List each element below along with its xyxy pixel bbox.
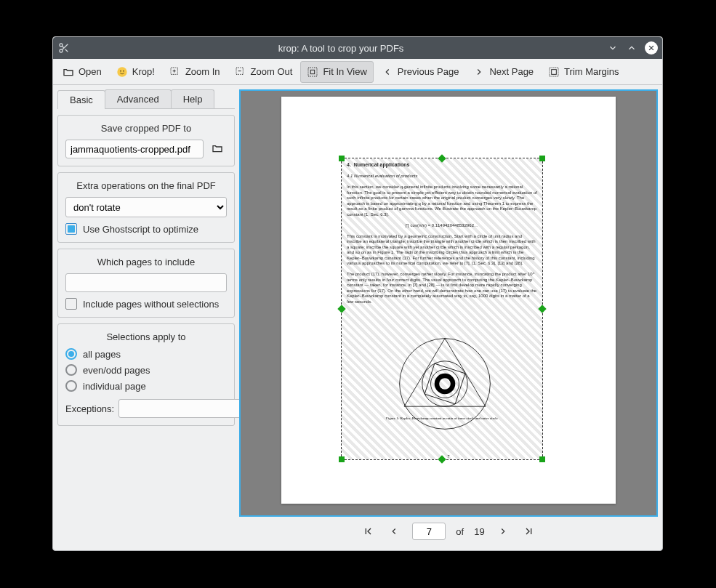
zoom-in-icon bbox=[169, 66, 181, 78]
svg-rect-17 bbox=[550, 68, 558, 76]
svg-point-7 bbox=[117, 67, 126, 76]
zoom-in-label: Zoom In bbox=[185, 66, 220, 77]
chevron-left-icon bbox=[382, 66, 393, 78]
radio-all-pages-label: all pages bbox=[83, 349, 121, 360]
trim-margins-button[interactable]: Trim Margins bbox=[542, 61, 625, 83]
svg-line-4 bbox=[62, 46, 64, 48]
ghostscript-checkbox[interactable] bbox=[65, 223, 77, 235]
crop-selection[interactable] bbox=[341, 158, 543, 460]
next-page-label: Next Page bbox=[489, 66, 534, 77]
crop-handle-se[interactable] bbox=[539, 456, 545, 462]
svg-point-9 bbox=[123, 70, 124, 71]
first-page-button[interactable] bbox=[360, 523, 376, 539]
svg-point-1 bbox=[60, 49, 63, 52]
side-panel: Basic Advanced Help Save cropped PDF to … bbox=[53, 85, 239, 550]
tab-advanced[interactable]: Advanced bbox=[105, 89, 172, 108]
rotate-select[interactable]: don't rotate bbox=[65, 197, 227, 217]
svg-line-3 bbox=[65, 49, 68, 52]
prev-page-pager-button[interactable] bbox=[386, 523, 402, 539]
pdf-viewer[interactable]: 4. Numerical applications 4.1 Numerical … bbox=[239, 89, 658, 517]
maximize-button[interactable] bbox=[626, 42, 637, 54]
svg-rect-16 bbox=[311, 70, 315, 73]
svg-point-8 bbox=[120, 70, 121, 71]
settings-tabs: Basic Advanced Help bbox=[57, 89, 235, 109]
toolbar: Open Krop! Zoom In Zoom Out Fit In View bbox=[53, 59, 662, 85]
save-panel-title: Save cropped PDF to bbox=[65, 123, 227, 134]
selections-apply-panel: Selections apply to all pages even/odd p… bbox=[57, 323, 235, 426]
crop-handle-s[interactable] bbox=[438, 455, 446, 463]
open-label: Open bbox=[79, 66, 102, 77]
radio-evenodd-pages[interactable] bbox=[65, 364, 77, 376]
selections-apply-title: Selections apply to bbox=[65, 331, 227, 342]
pages-include-panel: Which pages to include Include pages wit… bbox=[57, 249, 235, 318]
chevron-right-icon bbox=[473, 66, 485, 78]
window-title: krop: A tool to crop your PDFs bbox=[75, 43, 607, 54]
pager: of 19 bbox=[239, 517, 658, 546]
crop-handle-sw[interactable] bbox=[339, 456, 345, 462]
current-page-input[interactable] bbox=[412, 523, 446, 540]
total-pages: 19 bbox=[474, 526, 484, 537]
crop-handle-ne[interactable] bbox=[539, 156, 545, 161]
krop-button[interactable]: Krop! bbox=[110, 61, 161, 83]
of-label: of bbox=[456, 526, 464, 537]
next-page-button[interactable]: Next Page bbox=[467, 61, 540, 83]
pdf-page[interactable]: 4. Numerical applications 4.1 Numerical … bbox=[281, 97, 616, 504]
tab-basic[interactable]: Basic bbox=[57, 90, 105, 109]
folder-open-icon bbox=[63, 66, 74, 78]
crop-handle-n[interactable] bbox=[438, 154, 446, 162]
zoom-out-label: Zoom Out bbox=[251, 66, 293, 77]
crop-handle-e[interactable] bbox=[538, 305, 546, 313]
smiley-icon bbox=[116, 66, 128, 78]
last-page-button[interactable] bbox=[521, 523, 537, 539]
svg-rect-18 bbox=[552, 69, 557, 74]
radio-all-pages[interactable] bbox=[65, 348, 77, 360]
close-button[interactable] bbox=[645, 41, 658, 55]
folder-icon bbox=[212, 142, 223, 156]
save-filename-input[interactable] bbox=[65, 140, 204, 158]
titlebar: krop: A tool to crop your PDFs bbox=[53, 37, 662, 59]
previous-page-button[interactable]: Previous Page bbox=[375, 61, 466, 83]
zoom-out-icon bbox=[235, 66, 246, 78]
open-button[interactable]: Open bbox=[56, 61, 108, 83]
zoom-out-button[interactable]: Zoom Out bbox=[228, 61, 299, 83]
svg-point-0 bbox=[60, 44, 63, 47]
scissors-icon bbox=[57, 41, 71, 55]
radio-individual-page[interactable] bbox=[65, 380, 77, 392]
trim-margins-icon bbox=[548, 66, 560, 78]
browse-save-button[interactable] bbox=[208, 140, 227, 158]
previous-page-label: Previous Page bbox=[398, 66, 459, 77]
fit-in-view-label: Fit In View bbox=[323, 66, 366, 77]
exceptions-label: Exceptions: bbox=[65, 403, 114, 414]
zoom-in-button[interactable]: Zoom In bbox=[163, 61, 227, 83]
crop-handle-nw[interactable] bbox=[339, 156, 345, 161]
svg-rect-15 bbox=[308, 68, 317, 76]
viewer-wrap: 4. Numerical applications 4.1 Numerical … bbox=[239, 85, 662, 550]
extra-ops-title: Extra operations on the final PDF bbox=[65, 180, 227, 191]
radio-evenodd-label: even/odd pages bbox=[83, 365, 150, 376]
minimize-button[interactable] bbox=[607, 42, 619, 54]
save-panel: Save cropped PDF to bbox=[57, 115, 235, 166]
include-without-selections-checkbox[interactable] bbox=[65, 298, 77, 310]
extra-ops-panel: Extra operations on the final PDF don't … bbox=[57, 172, 235, 243]
app-window: krop: A tool to crop your PDFs Open Kr bbox=[52, 36, 663, 551]
fit-in-view-button[interactable]: Fit In View bbox=[300, 61, 373, 83]
next-page-pager-button[interactable] bbox=[495, 523, 511, 539]
krop-label: Krop! bbox=[132, 66, 155, 77]
crop-handle-w[interactable] bbox=[337, 305, 345, 313]
fit-view-icon bbox=[307, 66, 318, 78]
pages-include-input[interactable] bbox=[65, 273, 227, 292]
include-without-selections-label: Include pages without selections bbox=[83, 299, 219, 310]
exceptions-input[interactable] bbox=[118, 399, 239, 418]
pages-include-title: Which pages to include bbox=[65, 257, 227, 267]
ghostscript-label: Use Ghostscript to optimize bbox=[83, 224, 198, 235]
tab-help[interactable]: Help bbox=[171, 89, 215, 108]
trim-margins-label: Trim Margins bbox=[564, 66, 619, 77]
radio-individual-label: individual page bbox=[83, 381, 146, 392]
